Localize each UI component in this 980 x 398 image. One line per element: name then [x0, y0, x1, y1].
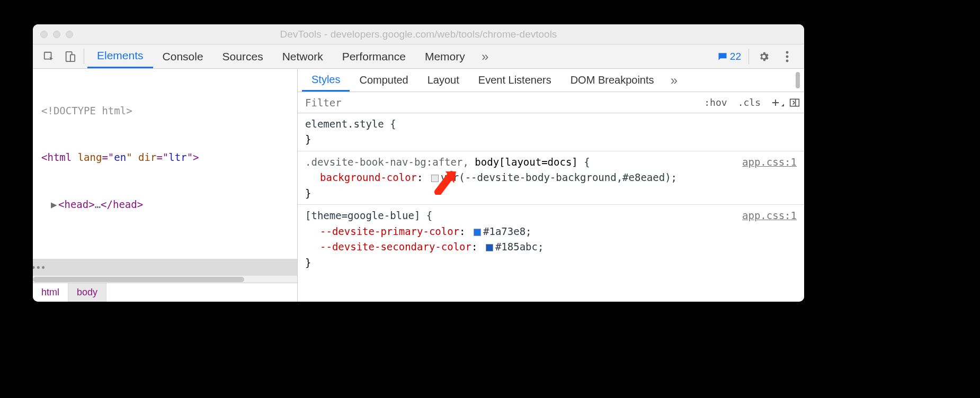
body-node-selected[interactable]: ••• ▼<body type="article" theme="google-… — [33, 259, 297, 275]
devtools-window: DevTools - developers.google.com/web/too… — [33, 24, 804, 302]
zoom-dot-icon[interactable] — [66, 31, 73, 38]
tab-console[interactable]: Console — [153, 44, 213, 68]
svg-rect-2 — [70, 55, 75, 61]
inspect-icon[interactable] — [38, 44, 59, 68]
color-swatch-icon[interactable] — [486, 244, 493, 251]
window-controls — [40, 31, 73, 38]
color-swatch-icon[interactable] — [474, 229, 481, 236]
dom-tree[interactable]: <!DOCTYPE html> <html lang="en" dir="ltr… — [33, 69, 297, 275]
elements-panel: <!DOCTYPE html> <html lang="en" dir="ltr… — [33, 69, 298, 302]
head-node[interactable]: ▶<head>…</head> — [33, 197, 297, 212]
settings-icon[interactable] — [752, 44, 776, 68]
tabs-overflow-icon[interactable]: » — [475, 44, 496, 68]
styles-filter-bar: :hov .cls — [298, 92, 804, 113]
toggle-hov[interactable]: :hov — [699, 97, 732, 108]
message-icon — [717, 51, 728, 62]
rule-element-style[interactable]: element.style { } — [298, 113, 804, 151]
subtab-layout[interactable]: Layout — [418, 69, 469, 92]
sidebar-tabs: Styles Computed Layout Event Listeners D… — [298, 69, 804, 92]
subtab-dom-breakpoints[interactable]: DOM Breakpoints — [561, 69, 664, 92]
minimize-dot-icon[interactable] — [53, 31, 60, 38]
rule-devsite-book-nav[interactable]: app.css:1 .devsite-book-nav-bg:after, bo… — [298, 151, 804, 205]
toolbar-separator — [84, 49, 84, 64]
subtab-event-listeners[interactable]: Event Listeners — [469, 69, 561, 92]
expand-icon[interactable]: ▶ — [51, 197, 58, 212]
window-title: DevTools - developers.google.com/web/too… — [33, 29, 804, 40]
css-declaration[interactable]: --devsite-secondary-color: #185abc; — [305, 239, 797, 255]
kebab-menu-icon[interactable] — [776, 44, 799, 68]
rule-close-brace: } — [305, 186, 797, 201]
svg-point-5 — [786, 59, 789, 62]
styles-rules-list: element.style { } app.css:1 .devsite-boo… — [298, 113, 804, 302]
breadcrumb-html[interactable]: html — [33, 283, 68, 302]
horizontal-scrollbar[interactable] — [33, 275, 297, 283]
tab-network[interactable]: Network — [273, 44, 333, 68]
rule-selector[interactable]: element.style { — [305, 116, 797, 132]
breadcrumb-body[interactable]: body — [68, 283, 106, 302]
main-toolbar: Elements Console Sources Network Perform… — [33, 44, 804, 69]
rule-selector[interactable]: .devsite-book-nav-bg:after, body[layout=… — [305, 155, 797, 170]
toggle-computed-sidebar-icon[interactable] — [785, 97, 804, 107]
rule-close-brace: } — [305, 132, 797, 147]
html-node[interactable]: <html lang="en" dir="ltr"> — [33, 150, 297, 165]
doctype-node: <!DOCTYPE html> — [41, 105, 132, 116]
new-style-rule-icon[interactable] — [766, 97, 785, 107]
titlebar: DevTools - developers.google.com/web/too… — [33, 24, 804, 44]
close-dot-icon[interactable] — [40, 31, 48, 38]
tab-sources[interactable]: Sources — [213, 44, 273, 68]
subtab-styles[interactable]: Styles — [302, 69, 350, 92]
rule-theme-google-blue[interactable]: app.css:1 [theme=google-blue] { --devsit… — [298, 205, 804, 274]
overflow-ellipsis-icon: ••• — [33, 261, 46, 275]
svg-point-3 — [786, 51, 789, 53]
tab-performance[interactable]: Performance — [333, 44, 415, 68]
tab-elements[interactable]: Elements — [87, 44, 153, 68]
subtab-computed[interactable]: Computed — [350, 69, 417, 92]
device-toggle-icon[interactable] — [59, 44, 81, 68]
svg-point-4 — [786, 55, 789, 58]
css-declaration[interactable]: background-color: var(--devsite-body-bac… — [305, 170, 797, 185]
dom-breadcrumbs: html body — [33, 283, 297, 302]
messages-badge[interactable]: 22 — [713, 44, 745, 68]
vertical-scroll-indicator[interactable] — [796, 72, 800, 88]
messages-count: 22 — [730, 51, 741, 62]
styles-filter-input[interactable] — [298, 97, 699, 108]
toggle-cls[interactable]: .cls — [733, 97, 766, 108]
source-link[interactable]: app.css:1 — [742, 155, 797, 170]
subtabs-overflow-icon[interactable]: » — [664, 69, 685, 92]
styles-sidebar: Styles Computed Layout Event Listeners D… — [298, 69, 804, 302]
color-swatch-icon[interactable] — [431, 175, 439, 182]
rule-selector[interactable]: [theme=google-blue] { — [305, 208, 797, 223]
rule-close-brace: } — [305, 255, 797, 270]
source-link[interactable]: app.css:1 — [742, 208, 797, 223]
tab-memory[interactable]: Memory — [415, 44, 475, 68]
css-declaration[interactable]: --devsite-primary-color: #1a73e8; — [305, 224, 797, 239]
toolbar-separator — [749, 49, 749, 64]
